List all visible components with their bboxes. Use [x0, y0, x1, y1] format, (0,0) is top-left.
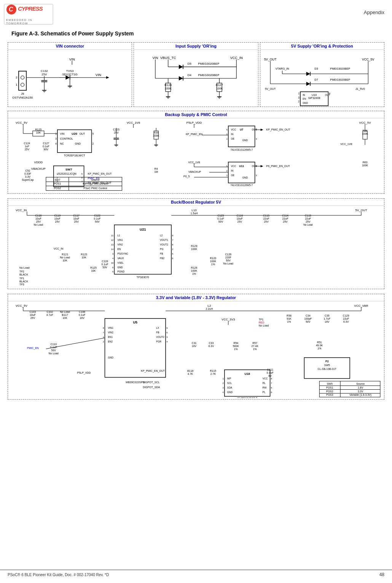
svg-text:74LVCE1G126W5-7: 74LVCE1G126W5-7 — [231, 183, 253, 186]
vin-connector-svg: VIN 2 1 J9 OSTVN02A150 C132 25V — [8, 50, 132, 114]
svg-text:VCC_VAR: VCC_VAR — [354, 304, 368, 307]
svg-text:1.5uH: 1.5uH — [191, 212, 198, 215]
svg-text:8: 8 — [271, 378, 272, 380]
svg-text:1M: 1M — [154, 170, 158, 173]
svg-text:GND: GND — [227, 390, 233, 393]
svg-text:VBACKUP: VBACKUP — [31, 167, 46, 170]
svg-text:25V: 25V — [283, 220, 288, 223]
svg-text:16V: 16V — [80, 317, 84, 319]
svg-text:3: 3 — [298, 96, 300, 99]
svg-text:VCC: VCC — [231, 128, 236, 131]
svg-text:VDDD: VDDD — [34, 161, 43, 164]
vin-connector-title: VIN connector — [8, 43, 132, 50]
svg-text:PG: PG — [160, 248, 163, 250]
svg-text:R123: R123 — [210, 257, 217, 260]
svg-text:VCC: VCC — [231, 165, 236, 167]
svg-text:RED: RED — [259, 321, 265, 324]
footer-doc-info: PSoC® 6 BLE Pioneer Kit Guide, Doc. # 00… — [8, 573, 109, 577]
svg-text:RW: RW — [263, 386, 267, 389]
svg-text:10K: 10K — [36, 131, 41, 134]
svg-text:1%: 1% — [317, 347, 321, 350]
svg-text:1%: 1% — [211, 263, 215, 266]
svg-text:SiP32408: SiP32408 — [308, 96, 320, 100]
svg-text:1: 1 — [226, 138, 228, 140]
5v-supply-title: 5V Supply 'OR'ing & Protection — [260, 43, 384, 50]
svg-text:25V: 25V — [306, 220, 311, 223]
svg-text:VSEL: VSEL — [117, 261, 124, 264]
svg-text:2: 2 — [226, 170, 228, 172]
svg-text:8: 8 — [103, 327, 104, 329]
svg-text:U21: U21 — [140, 228, 146, 231]
svg-text:SDA: SDA — [227, 386, 233, 389]
svg-text:0.1uF: 0.1uF — [102, 263, 108, 266]
svg-text:0.33F: 0.33F — [24, 172, 31, 175]
svg-text:L2: L2 — [160, 234, 163, 237]
svg-text:22uF: 22uF — [263, 217, 269, 220]
svg-text:10uF: 10uF — [237, 217, 243, 220]
svg-text:91K: 91K — [287, 317, 292, 320]
svg-text:CONTROL: CONTROL — [60, 137, 73, 140]
svg-text:R125: R125 — [90, 266, 97, 269]
svg-text:SW7: SW7 — [65, 168, 72, 171]
svg-text:BLACK: BLACK — [19, 273, 28, 276]
top-row: VIN connector VIN 2 1 J9 OSTVN02A150 C13… — [8, 42, 384, 107]
svg-text:4.7uF: 4.7uF — [46, 314, 53, 316]
svg-text:10: 10 — [111, 262, 114, 264]
svg-text:SCL: SCL — [227, 382, 232, 384]
svg-text:1: 1 — [16, 83, 17, 86]
svg-text:R39: R39 — [154, 131, 159, 134]
svg-text:R125: R125 — [35, 128, 42, 131]
svg-text:50V: 50V — [51, 349, 56, 352]
svg-marker-47 — [179, 65, 183, 69]
svg-text:4: 4 — [55, 142, 57, 145]
svg-text:3: 3 — [55, 137, 57, 140]
svg-text:10uF: 10uF — [35, 217, 41, 220]
svg-text:VBUS_TC: VBUS_TC — [160, 56, 176, 60]
svg-text:25V: 25V — [237, 220, 242, 223]
backup-supply-section: Backup Supply & PMIC Control VCC_5V VCC_… — [8, 111, 384, 194]
svg-text:VCC_1V8: VCC_1V8 — [340, 143, 352, 146]
svg-text:EN: EN — [303, 97, 306, 100]
svg-text:10K: 10K — [91, 269, 96, 272]
svg-marker-54 — [179, 76, 183, 80]
svg-text:2.7K: 2.7K — [210, 373, 216, 375]
svg-rect-5 — [19, 71, 26, 90]
svg-text:5: 5 — [81, 173, 83, 175]
svg-text:13: 13 — [111, 244, 114, 246]
svg-text:10uF: 10uF — [73, 217, 80, 220]
svg-text:220F: 220F — [225, 256, 231, 259]
svg-text:SuperCap: SuperCap — [22, 178, 34, 181]
svg-text:1uF: 1uF — [25, 145, 29, 148]
cypress-logo: C CYPRESS — [6, 4, 51, 18]
svg-text:1.7uF: 1.7uF — [323, 317, 330, 320]
svg-text:25V: 25V — [41, 73, 47, 76]
svg-text:P6_PMIC_EN_OUT: P6_PMIC_EN_OUT — [266, 165, 290, 168]
svg-text:R54: R54 — [233, 342, 238, 344]
svg-text:3: 3 — [223, 387, 224, 389]
svg-text:VIN: VIN — [60, 132, 65, 135]
svg-text:1.8V: 1.8V — [358, 386, 363, 389]
svg-text:2: 2 — [16, 76, 17, 79]
svg-text:74LVCE1G126W5-7: 74LVCE1G126W5-7 — [231, 148, 253, 151]
svg-text:TP3: TP3 — [19, 283, 24, 286]
svg-text:6: 6 — [271, 391, 272, 393]
svg-text:C33: C33 — [209, 342, 214, 344]
input-supply-title: Input Supply 'OR'ing — [134, 43, 258, 50]
svg-text:FB2: FB2 — [160, 257, 164, 260]
backup-supply-title: Backup Supply & PMIC Control — [8, 111, 384, 118]
svg-text:SW7: SW7 — [54, 178, 60, 181]
svg-text:PS/SYNC: PS/SYNC — [117, 252, 128, 255]
svg-text:WP: WP — [227, 377, 231, 380]
svg-text:LX: LX — [156, 327, 159, 329]
logo-area: C CYPRESS EMBEDDED IN TOMORROW — [4, 4, 53, 25]
svg-text:4: 4 — [112, 257, 114, 260]
svg-text:TP1: TP1 — [259, 318, 264, 321]
svg-text:GND: GND — [242, 139, 248, 142]
svg-text:EN2: EN2 — [108, 340, 113, 343]
svg-marker-231 — [261, 165, 263, 167]
svg-text:5: 5 — [271, 387, 272, 389]
svg-text:GND: GND — [108, 356, 113, 359]
svg-text:25V: 25V — [74, 220, 79, 223]
svg-text:KP_PMIC_EN_OUT: KP_PMIC_EN_OUT — [88, 172, 112, 175]
svg-text:PMEG3020BEP: PMEG3020BEP — [330, 78, 350, 81]
